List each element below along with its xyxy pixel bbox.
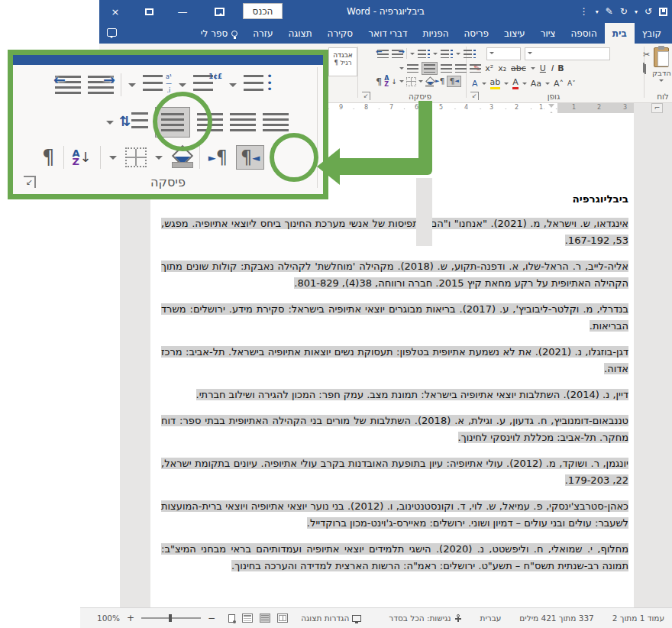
- increase-indent-icon[interactable]: [392, 50, 403, 58]
- minimize-button[interactable]: —: [170, 0, 195, 23]
- word-count[interactable]: 337 מתוך 421 מילים: [519, 613, 593, 623]
- underline-button[interactable]: U: [540, 63, 546, 73]
- chevron-down-icon[interactable]: [106, 121, 114, 128]
- macro-record-icon[interactable]: [228, 614, 235, 623]
- tab-insert[interactable]: הוספה: [564, 23, 605, 44]
- language-indicator[interactable]: עברית: [480, 613, 502, 623]
- grow-font-button[interactable]: A˄: [554, 79, 564, 89]
- font-size-combo[interactable]: [486, 47, 521, 60]
- cut-button[interactable]: ✂: [643, 50, 650, 60]
- tab-review[interactable]: סקירה: [320, 23, 361, 44]
- bullet-list-icon[interactable]: [244, 75, 273, 95]
- chevron-down-icon[interactable]: ▾: [635, 8, 638, 15]
- decrease-indent-icon[interactable]: [55, 76, 81, 94]
- undo-icon[interactable]: ↺: [645, 6, 652, 17]
- chevron-down-icon[interactable]: ▾: [596, 8, 599, 15]
- indent-marker[interactable]: [548, 104, 555, 112]
- maximize-button[interactable]: [136, 0, 162, 23]
- numbered-list-icon[interactable]: [193, 75, 222, 95]
- tab-help[interactable]: עזרה: [245, 23, 280, 44]
- chevron-down-icon[interactable]: [128, 83, 136, 91]
- highlight-color-button[interactable]: ab: [490, 77, 501, 89]
- save-icon[interactable]: [659, 8, 667, 16]
- paragraph-dialog-launcher[interactable]: ↙: [24, 176, 36, 188]
- tab-draw[interactable]: ציור: [533, 23, 564, 44]
- insert-overlay-button[interactable]: הכנס: [243, 3, 283, 19]
- tab-references[interactable]: הפניות: [415, 23, 457, 44]
- superscript-button[interactable]: x²: [485, 63, 493, 73]
- ltr-paragraph-icon[interactable]: ►¶: [435, 77, 444, 86]
- zoom-out-button[interactable]: −: [208, 613, 215, 623]
- zoom-level[interactable]: 100%: [97, 613, 120, 623]
- justify-button-active[interactable]: [422, 62, 438, 75]
- tab-home[interactable]: בית: [605, 23, 635, 44]
- text-effects-button[interactable]: A: [472, 79, 478, 89]
- chevron-down-icon[interactable]: [155, 156, 163, 163]
- show-formatting-marks-icon[interactable]: ¶: [376, 76, 382, 86]
- qat-overflow-icon[interactable]: ⋮: [580, 6, 589, 17]
- shrink-font-button[interactable]: A˅: [567, 79, 576, 87]
- chevron-down-icon[interactable]: [179, 83, 186, 91]
- borders-icon[interactable]: [406, 77, 416, 86]
- rtl-paragraph-button-active[interactable]: ¶◄: [447, 76, 460, 87]
- decrease-indent-icon[interactable]: [377, 50, 389, 58]
- ltr-paragraph-icon[interactable]: ►¶: [208, 148, 228, 167]
- font-name-combo[interactable]: [525, 47, 610, 60]
- tab-view[interactable]: תצוגה: [281, 23, 320, 44]
- chevron-down-icon[interactable]: [410, 53, 415, 57]
- bullet-list-icon[interactable]: [464, 50, 476, 58]
- chevron-down-icon[interactable]: [433, 53, 438, 57]
- tell-me-box[interactable]: ספר לי: [193, 23, 245, 44]
- web-layout-button[interactable]: [242, 613, 253, 623]
- comments-icon[interactable]: [107, 28, 117, 37]
- display-settings-button[interactable]: הגדרות תצוגה: [301, 613, 361, 623]
- align-left-icon[interactable]: [441, 64, 452, 73]
- line-spacing-icon[interactable]: [121, 112, 148, 132]
- zoom-slider-thumb[interactable]: [169, 614, 172, 622]
- strikethrough-button[interactable]: abc: [511, 63, 526, 73]
- style-preview-normal[interactable]: אבגדה ¶ רגיל: [328, 47, 357, 76]
- paste-button[interactable]: הדבק: [652, 47, 671, 84]
- rtl-paragraph-button-active[interactable]: ¶◄: [236, 145, 264, 170]
- subscript-button[interactable]: x₂: [498, 63, 506, 73]
- chevron-down-icon[interactable]: [399, 67, 404, 72]
- chevron-down-icon[interactable]: [456, 53, 460, 57]
- chevron-down-icon[interactable]: [418, 80, 423, 85]
- page-indicator[interactable]: עמוד 1 מתוך 2: [612, 613, 664, 623]
- change-case-button[interactable]: Aa: [531, 79, 541, 89]
- line-spacing-icon[interactable]: [407, 64, 418, 73]
- bold-button[interactable]: B: [557, 63, 564, 73]
- align-right-icon[interactable]: [470, 64, 481, 73]
- font-color-button[interactable]: A: [512, 77, 519, 89]
- increase-indent-icon[interactable]: [88, 76, 114, 94]
- ribbon-display-options-button[interactable]: [206, 0, 232, 23]
- align-right-icon[interactable]: [263, 113, 289, 131]
- show-formatting-marks-icon[interactable]: ¶: [42, 147, 55, 167]
- align-center-icon[interactable]: [230, 113, 256, 131]
- multilevel-list-icon[interactable]: [418, 50, 430, 58]
- redo-icon[interactable]: ↻: [620, 6, 628, 17]
- tab-design[interactable]: עיצוב: [496, 23, 533, 44]
- chevron-down-icon[interactable]: [229, 83, 237, 91]
- accessibility-status[interactable]: נגישות: הכל בסדר: [389, 613, 461, 623]
- paragraph-dialog-launcher[interactable]: ↙: [362, 92, 370, 100]
- tab-layout[interactable]: פריסה: [457, 23, 497, 44]
- shading-icon[interactable]: [425, 78, 433, 86]
- chevron-down-icon[interactable]: [399, 80, 404, 85]
- align-center-icon[interactable]: [455, 64, 467, 73]
- tab-mailings[interactable]: דברי דואר: [360, 23, 415, 44]
- print-layout-button[interactable]: [260, 613, 270, 623]
- chevron-down-icon[interactable]: [109, 156, 117, 163]
- font-dialog-launcher[interactable]: ↙: [470, 92, 479, 100]
- zoom-slider[interactable]: [141, 617, 201, 619]
- sort-button[interactable]: AZ↓: [73, 149, 92, 166]
- read-mode-button[interactable]: [277, 613, 288, 623]
- italic-button[interactable]: I: [551, 63, 553, 73]
- tab-selector-button[interactable]: ⌐: [651, 103, 663, 113]
- borders-icon[interactable]: [125, 147, 147, 167]
- close-button[interactable]: ×: [102, 0, 128, 23]
- zoom-in-button[interactable]: +: [127, 613, 134, 623]
- copy-button[interactable]: [643, 63, 645, 72]
- tab-file[interactable]: קובץ: [635, 23, 669, 44]
- pen-mode-icon[interactable]: ✎: [606, 6, 613, 17]
